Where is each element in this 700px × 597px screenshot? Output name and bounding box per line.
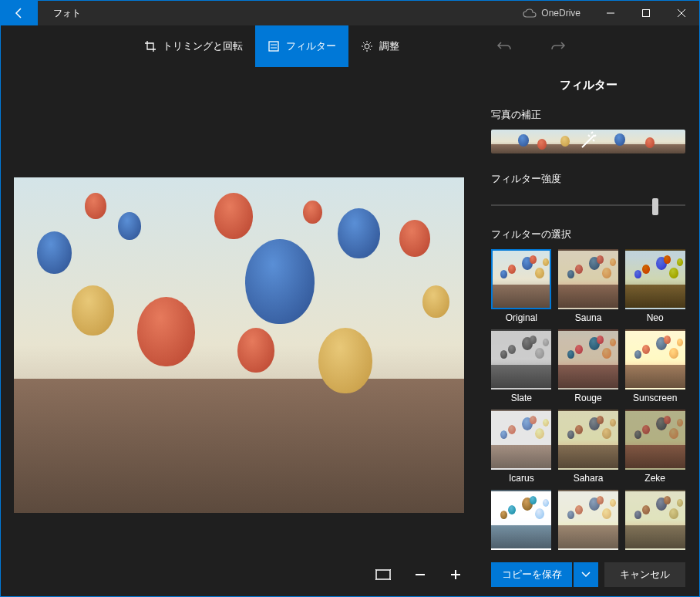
fit-button[interactable] — [375, 569, 391, 580]
filter-thumbnail — [558, 329, 618, 390]
filter-thumbnail — [625, 249, 685, 309]
filter-thumbnail — [625, 329, 685, 390]
chevron-down-icon — [581, 572, 591, 578]
preview-image — [14, 177, 464, 513]
minimize-button[interactable] — [593, 1, 628, 25]
filter-icon — [268, 40, 280, 52]
filter-thumbnail — [625, 410, 685, 470]
filter-option-Sahara[interactable]: Sahara — [558, 410, 619, 484]
zoom-in-button[interactable] — [449, 568, 462, 581]
filter-option-Slate[interactable]: Slate — [491, 329, 552, 403]
filter-option-row4-1[interactable] — [491, 490, 552, 553]
save-menu-button[interactable] — [574, 562, 598, 587]
arrow-left-icon — [13, 7, 25, 19]
onedrive-status[interactable]: OneDrive — [510, 8, 593, 19]
filter-name-label: Neo — [647, 312, 664, 323]
auto-enhance-button[interactable] — [491, 130, 685, 153]
save-copy-button[interactable]: コピーを保存 — [491, 562, 572, 587]
filter-name-label: Sauna — [575, 312, 602, 323]
svg-rect-3 — [376, 570, 390, 579]
filter-name-label: Sunscreen — [633, 393, 677, 403]
fit-icon — [375, 569, 391, 580]
filter-thumbnail — [491, 410, 551, 470]
filter-name-label: Rouge — [574, 393, 601, 403]
filter-option-row4-3[interactable] — [624, 490, 685, 553]
zoom-out-button[interactable] — [414, 568, 426, 581]
cancel-button[interactable]: キャンセル — [604, 562, 685, 587]
select-filter-label: フィルターの選択 — [491, 228, 685, 241]
filter-thumbnail — [491, 249, 551, 309]
titlebar: フォト OneDrive — [1, 1, 699, 25]
svg-rect-1 — [269, 42, 278, 51]
filter-thumbnail — [558, 249, 618, 309]
filter-option-Zeke[interactable]: Zeke — [624, 410, 685, 484]
slider-thumb[interactable] — [652, 198, 658, 215]
tab-filter[interactable]: フィルター — [255, 25, 348, 67]
filter-thumbnail — [558, 410, 618, 470]
filter-thumbnail — [625, 490, 685, 550]
tab-filter-label: フィルター — [286, 39, 336, 53]
plus-icon — [449, 568, 462, 581]
filter-option-Rouge[interactable]: Rouge — [558, 329, 619, 403]
minus-icon — [414, 568, 426, 581]
app-title: フォト — [53, 7, 81, 20]
cloud-icon — [523, 8, 537, 18]
filter-name-label: Slate — [511, 393, 532, 403]
minimize-icon — [607, 9, 614, 17]
redo-button[interactable] — [550, 40, 566, 52]
panel-actions: コピーを保存 キャンセル — [491, 553, 685, 596]
editor-toolbar: トリミングと回転 フィルター 調整 — [1, 25, 699, 67]
filter-option-row4-2[interactable] — [558, 490, 619, 553]
filter-name-label: Icarus — [509, 473, 534, 484]
maximize-icon — [642, 9, 650, 17]
filter-option-Sauna[interactable]: Sauna — [558, 249, 619, 323]
canvas-area — [1, 67, 477, 596]
image-preview[interactable] — [1, 67, 477, 553]
wand-icon — [577, 130, 599, 152]
enhance-label: 写真の補正 — [491, 108, 685, 122]
undo-icon — [496, 40, 512, 52]
maximize-button[interactable] — [628, 1, 664, 25]
tab-adjust[interactable]: 調整 — [348, 25, 412, 67]
redo-icon — [550, 40, 566, 52]
adjust-icon — [361, 40, 373, 52]
filter-option-Sunscreen[interactable]: Sunscreen — [624, 329, 685, 403]
filter-panel: フィルター 写真の補正 フィルター強度 フィルターの選択 OriginalSau… — [477, 67, 699, 596]
filter-name-label: Original — [506, 312, 537, 323]
tab-adjust-label: 調整 — [379, 39, 399, 53]
filter-grid: OriginalSaunaNeoSlateRougeSunscreenIcaru… — [491, 249, 685, 553]
tab-crop-rotate[interactable]: トリミングと回転 — [132, 25, 255, 67]
svg-point-2 — [365, 44, 369, 49]
crop-icon — [144, 40, 156, 52]
back-button[interactable] — [1, 1, 38, 25]
filter-thumbnail — [491, 329, 551, 390]
filter-thumbnail — [558, 490, 618, 550]
panel-title: フィルター — [491, 67, 685, 108]
filter-thumbnail — [491, 490, 551, 550]
filter-name-label: Zeke — [644, 473, 665, 484]
filter-option-Icarus[interactable]: Icarus — [491, 410, 552, 484]
undo-button[interactable] — [496, 40, 512, 52]
close-button[interactable] — [664, 1, 699, 25]
undo-redo-group — [496, 25, 566, 67]
strength-slider[interactable] — [491, 204, 685, 206]
zoom-controls — [1, 553, 477, 596]
onedrive-label: OneDrive — [541, 8, 581, 19]
tab-crop-label: トリミングと回転 — [163, 39, 243, 53]
filter-name-label: Sahara — [574, 473, 604, 484]
close-icon — [678, 9, 685, 17]
strength-label: フィルター強度 — [491, 172, 685, 186]
filter-option-Original[interactable]: Original — [491, 249, 552, 323]
svg-rect-0 — [643, 10, 650, 17]
filter-option-Neo[interactable]: Neo — [624, 249, 685, 323]
